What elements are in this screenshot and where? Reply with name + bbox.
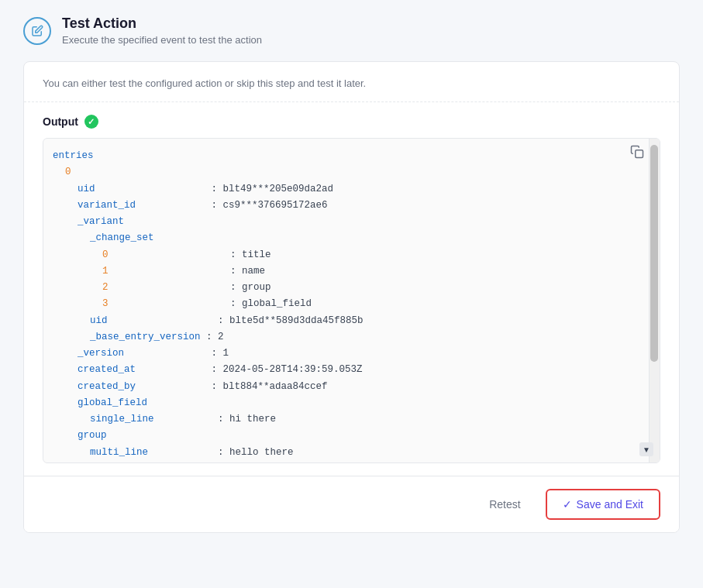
code-container: entries 0 uid : blt49***205e09da2ad vari…: [43, 138, 660, 463]
page-title: Test Action: [62, 15, 262, 32]
save-and-exit-button[interactable]: ✓ Save and Exit: [546, 489, 660, 520]
card-info: You can either test the configured actio…: [24, 62, 679, 102]
header-text: Test Action Execute the specified event …: [62, 15, 262, 46]
scrollbar-thumb[interactable]: [650, 145, 658, 362]
save-checkmark: ✓: [563, 498, 572, 511]
retest-button[interactable]: Retest: [477, 490, 532, 518]
test-action-icon: [23, 17, 51, 45]
header: Test Action Execute the specified event …: [23, 15, 680, 46]
svg-rect-0: [636, 150, 643, 158]
output-header: Output: [43, 115, 660, 129]
card-footer: Retest ✓ Save and Exit: [24, 476, 679, 532]
scroll-down-button[interactable]: ▼: [639, 442, 653, 456]
success-indicator: [84, 115, 98, 129]
code-output: entries 0 uid : blt49***205e09da2ad vari…: [43, 139, 660, 462]
info-text: You can either test the configured actio…: [43, 77, 660, 89]
output-label: Output: [43, 115, 78, 128]
save-label: Save and Exit: [577, 498, 643, 511]
scrollbar-track: [649, 139, 660, 462]
copy-button[interactable]: [630, 145, 644, 161]
output-section: Output entries 0 uid : blt49***205e09da2…: [24, 102, 679, 476]
main-card: You can either test the configured actio…: [23, 61, 680, 533]
page-subtitle: Execute the specified event to test the …: [62, 34, 262, 46]
